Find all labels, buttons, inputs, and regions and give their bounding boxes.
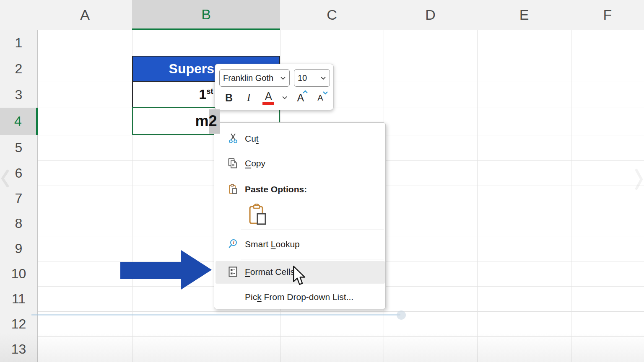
font-color-button[interactable]: A <box>261 89 275 106</box>
row-header-13[interactable]: 13 <box>0 336 37 362</box>
column-headers: ABCDEF <box>0 0 644 30</box>
gridline-horizontal <box>38 336 644 337</box>
font-color-red-bar <box>262 102 274 105</box>
format-buttons-row: B I A A A <box>219 88 330 107</box>
chevron-down-icon <box>280 76 286 80</box>
paste-keep-formatting-button[interactable] <box>247 203 270 227</box>
menu-item-label: Cut <box>245 134 259 144</box>
row-header-10[interactable]: 10 <box>0 261 37 286</box>
font-name-value: Franklin Goth <box>223 73 280 83</box>
clipboard-icon <box>227 184 239 195</box>
font-name-combo[interactable]: Franklin Goth <box>219 69 290 87</box>
font-size-combo[interactable]: 10 <box>294 69 330 87</box>
decrease-font-size-button[interactable]: A <box>313 89 327 106</box>
column-header-A[interactable]: A <box>38 0 132 30</box>
column-header-C[interactable]: C <box>280 0 384 30</box>
row-header-5[interactable]: 5 <box>0 135 37 160</box>
row-header-3[interactable]: 3 <box>0 82 37 108</box>
toolbar-shadow-smudge <box>209 109 220 134</box>
excel-window: ABCDEF 12345678910111213 Superscript 1st… <box>0 0 644 362</box>
italic-button[interactable]: I <box>242 89 256 106</box>
font-color-dropdown-chevron-icon[interactable] <box>281 96 288 100</box>
mouse-cursor <box>292 266 308 287</box>
cell-B3-text: 1st <box>199 87 213 102</box>
row-header-9[interactable]: 9 <box>0 236 37 261</box>
video-progress-bar[interactable] <box>31 314 400 315</box>
row-header-7[interactable]: 7 <box>0 186 37 211</box>
prev-chevron-icon[interactable] <box>1 168 9 189</box>
menu-item-cut[interactable]: Cut <box>215 129 384 148</box>
video-progress-knob[interactable] <box>397 310 406 320</box>
caret-down-icon <box>322 91 328 95</box>
mini-format-toolbar: Franklin Goth 10 B I A <box>215 64 334 110</box>
gridline-horizontal <box>38 311 644 312</box>
menu-item-copy[interactable]: Copy <box>215 154 384 173</box>
menu-item-label: Copy <box>245 158 265 168</box>
video-vignette <box>0 333 644 362</box>
menu-item-label: Smart Lookup <box>245 239 300 249</box>
gridline-horizontal <box>38 82 644 82</box>
menu-separator <box>241 230 384 230</box>
chevron-down-icon <box>320 76 326 80</box>
row-header-11[interactable]: 11 <box>0 286 37 311</box>
annotation-arrow <box>119 249 213 291</box>
bold-button[interactable]: B <box>222 89 236 106</box>
menu-item-label: Paste Options: <box>245 184 307 194</box>
row-header-8[interactable]: 8 <box>0 211 37 236</box>
gridline-vertical <box>571 30 571 362</box>
copy-icon <box>227 158 239 169</box>
caret-up-icon <box>302 90 308 94</box>
row-header-4[interactable]: 4 <box>0 108 38 135</box>
column-header-D[interactable]: D <box>384 0 477 30</box>
gridline-vertical <box>477 30 478 362</box>
font-size-value: 10 <box>298 73 320 83</box>
menu-item-paste-options: Paste Options: <box>215 180 384 199</box>
column-header-F[interactable]: F <box>571 0 644 30</box>
menu-separator <box>241 259 384 259</box>
next-chevron-icon[interactable] <box>635 166 643 191</box>
row-headers: 12345678910111213 <box>0 30 38 362</box>
column-header-B[interactable]: B <box>132 0 280 30</box>
row-header-2[interactable]: 2 <box>0 56 37 82</box>
menu-item-label: Pick From Drop-down List... <box>245 292 353 302</box>
row-header-1[interactable]: 1 <box>0 30 37 56</box>
scissors-icon <box>227 133 239 144</box>
format-cells-icon <box>227 266 239 277</box>
paste-clipboard-icon <box>248 204 268 226</box>
increase-font-size-button[interactable]: A <box>293 89 308 106</box>
gridline-horizontal <box>38 56 644 56</box>
gridline-horizontal <box>38 108 644 108</box>
menu-item-pick-from-list[interactable]: Pick From Drop-down List... <box>215 288 384 306</box>
menu-item-smart-lookup[interactable]: Smart Lookup <box>215 235 384 253</box>
column-header-E[interactable]: E <box>477 0 571 30</box>
smart-lookup-icon <box>227 239 239 250</box>
